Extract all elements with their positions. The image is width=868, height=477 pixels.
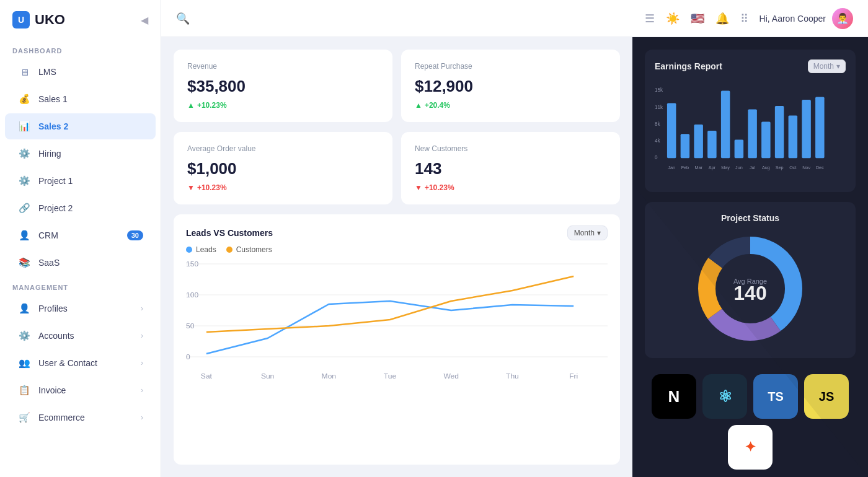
management-section-label: MANAGEMENT xyxy=(0,276,161,295)
svg-text:Jun: Jun xyxy=(735,165,743,170)
sidebar-item-label: LMS xyxy=(38,67,56,77)
earnings-card: Earnings Report Month ▾ 15k 11k 8k 4k 0 xyxy=(645,50,856,192)
svg-rect-31 xyxy=(815,97,824,159)
earnings-month-dropdown[interactable]: Month ▾ xyxy=(808,59,846,73)
revenue-change-text: +10.23% xyxy=(197,101,227,110)
sidebar-item-sales2[interactable]: 📊Sales 2 xyxy=(5,113,156,139)
project1-icon: ⚙️ xyxy=(17,174,31,188)
avatar: 👨‍💼 xyxy=(832,8,853,29)
sidebar-item-label: Accounts xyxy=(38,331,74,341)
avg-change-text: +10.23% xyxy=(197,183,227,192)
tech-icons: N ⚛ TS JS ✦ xyxy=(645,374,856,470)
sidebar-item-label: SaaS xyxy=(38,258,60,268)
bell-icon[interactable]: 🔔 xyxy=(715,12,729,25)
sidebar-item-ecommerce[interactable]: 🛒Ecommerce › xyxy=(5,405,156,431)
sidebar-logo: U UKO ◀ xyxy=(0,0,161,40)
svg-rect-30 xyxy=(802,100,810,158)
sidebar-item-label: Project 2 xyxy=(38,203,73,213)
sidebar: U UKO ◀ DASHBOARD 🖥LMS 💰Sales 1 📊Sales 2… xyxy=(0,0,161,477)
sidebar-item-sales1[interactable]: 💰Sales 1 xyxy=(5,86,156,112)
react-icon: ⚛ xyxy=(702,374,747,419)
sidebar-item-label: CRM xyxy=(38,230,58,240)
sidebar-item-label: Sales 2 xyxy=(38,121,68,131)
svg-text:15k: 15k xyxy=(655,87,663,93)
svg-rect-28 xyxy=(775,106,784,158)
javascript-icon: JS xyxy=(804,374,849,419)
svg-text:Mar: Mar xyxy=(694,165,702,170)
customers-dot xyxy=(226,247,232,253)
sidebar-item-label: User & Contact xyxy=(38,358,97,368)
lms-icon: 🖥 xyxy=(17,65,31,79)
svg-text:Aug: Aug xyxy=(762,165,770,170)
sidebar-item-project1[interactable]: ⚙️Project 1 xyxy=(5,168,156,194)
menu-icon[interactable]: ☰ xyxy=(645,12,655,25)
svg-rect-24 xyxy=(721,91,730,159)
svg-text:Apr: Apr xyxy=(709,165,716,170)
sun-icon[interactable]: ☀️ xyxy=(666,12,680,25)
sidebar-item-label: Hiring xyxy=(38,149,61,159)
repeat-change: ▲+20.4% xyxy=(415,101,606,110)
svg-text:0: 0 xyxy=(186,353,190,360)
logo-name: UKO xyxy=(35,12,65,28)
sidebar-item-lms[interactable]: 🖥LMS xyxy=(5,59,156,85)
svg-text:Wed: Wed xyxy=(443,372,459,379)
svg-text:8k: 8k xyxy=(655,121,661,127)
customers-legend-label: Customers xyxy=(236,245,272,254)
project2-icon: 🔗 xyxy=(17,201,31,215)
svg-rect-25 xyxy=(735,139,743,158)
collapse-button[interactable]: ◀ xyxy=(141,14,148,26)
svg-text:Dec: Dec xyxy=(816,165,824,170)
leads-title: Leads VS Customers xyxy=(186,228,273,238)
greeting-text: Hi, Aaron Cooper xyxy=(760,14,826,24)
leads-chart-card: Leads VS Customers Month ▾ Leads Custome… xyxy=(174,214,620,465)
customers-change: ▼+10.23% xyxy=(415,183,606,192)
customers-value: 143 xyxy=(415,159,606,178)
sidebar-item-profiles[interactable]: 👤Profiles › xyxy=(5,295,156,322)
sidebar-item-saas[interactable]: 📚SaaS xyxy=(5,250,156,276)
svg-rect-22 xyxy=(694,125,702,158)
sidebar-item-hiring[interactable]: ⚙️Hiring xyxy=(5,141,156,167)
grid-icon[interactable]: ⠿ xyxy=(740,12,748,25)
leads-legend: Leads Customers xyxy=(186,245,608,254)
ecommerce-chevron-icon: › xyxy=(141,413,143,422)
profiles-icon: 👤 xyxy=(17,302,31,315)
avg-label: Average Order value xyxy=(187,144,379,153)
user-contact-chevron-icon: › xyxy=(141,359,143,367)
ecommerce-icon: 🛒 xyxy=(17,411,31,424)
svg-text:0: 0 xyxy=(655,155,658,160)
leads-period: Month xyxy=(574,229,595,237)
line-chart: 150 100 50 0 Sat Sun Mon Tue Wed Thu xyxy=(186,258,608,382)
svg-text:50: 50 xyxy=(186,322,194,329)
svg-text:Oct: Oct xyxy=(789,165,796,170)
svg-rect-23 xyxy=(707,131,716,158)
leads-month-dropdown[interactable]: Month ▾ xyxy=(567,225,608,240)
customers-legend-item: Customers xyxy=(226,245,272,254)
avg-change: ▼+10.23% xyxy=(187,183,379,192)
svg-rect-21 xyxy=(681,134,689,158)
svg-text:Nov: Nov xyxy=(802,165,810,170)
svg-rect-26 xyxy=(748,109,756,158)
sidebar-item-crm[interactable]: 👤CRM 30 xyxy=(5,222,156,248)
earnings-period: Month xyxy=(813,62,834,71)
sidebar-item-invoice[interactable]: 📋Invoice › xyxy=(5,377,156,403)
avg-value: $1,000 xyxy=(187,159,379,178)
down-arrow-icon: ▼ xyxy=(187,183,195,192)
crm-badge: 30 xyxy=(127,230,143,240)
sidebar-item-user-contact[interactable]: 👥User & Contact › xyxy=(5,350,156,376)
search-bar[interactable]: 🔍 xyxy=(176,12,190,25)
typescript-icon: TS xyxy=(753,374,798,419)
leads-header: Leads VS Customers Month ▾ xyxy=(186,225,608,240)
stat-cards-row-2: Average Order value $1,000 ▼+10.23% New … xyxy=(174,132,620,204)
customers-label: New Customers xyxy=(415,144,606,153)
logo-icon: U xyxy=(12,11,30,28)
saas-icon: 📚 xyxy=(17,256,31,269)
sidebar-item-label: Invoice xyxy=(38,385,66,395)
sidebar-item-project2[interactable]: 🔗Project 2 xyxy=(5,195,156,221)
sidebar-item-label: Sales 1 xyxy=(38,94,68,104)
svg-text:Jul: Jul xyxy=(750,165,756,170)
down-arrow-icon: ▼ xyxy=(415,183,422,192)
up-arrow-icon: ▲ xyxy=(187,101,195,110)
sidebar-item-accounts[interactable]: ⚙️Accounts › xyxy=(5,323,156,349)
flag-icon[interactable]: 🇺🇸 xyxy=(691,12,704,25)
revenue-change: ▲+10.23% xyxy=(187,101,379,110)
